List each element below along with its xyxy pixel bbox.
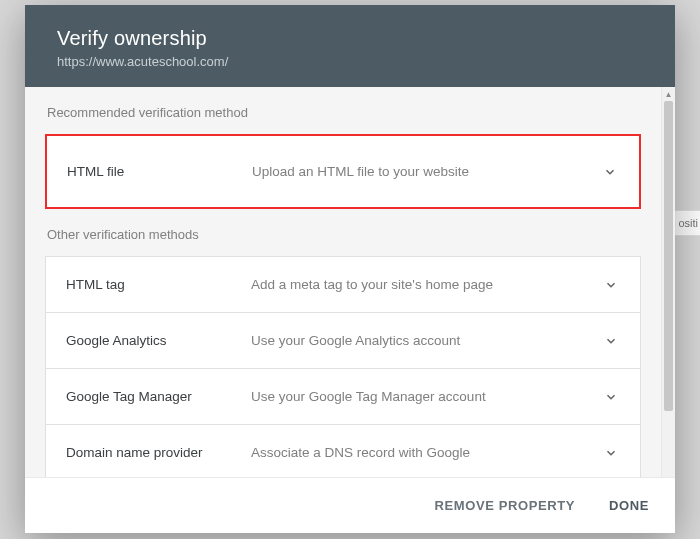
dialog-body: Recommended verification method HTML fil… — [25, 87, 675, 477]
dialog-title: Verify ownership — [57, 27, 647, 50]
background-column-fragment: ositi — [673, 210, 700, 236]
dialog-header: Verify ownership https://www.acuteschool… — [25, 5, 675, 87]
verify-ownership-dialog: Verify ownership https://www.acuteschool… — [25, 5, 675, 533]
chevron-down-icon — [600, 446, 622, 460]
remove-property-button[interactable]: REMOVE PROPERTY — [431, 492, 579, 519]
method-description: Use your Google Analytics account — [251, 333, 600, 348]
method-google-analytics[interactable]: Google Analytics Use your Google Analyti… — [45, 313, 641, 369]
other-methods-list: HTML tag Add a meta tag to your site's h… — [45, 256, 641, 477]
method-name: HTML tag — [66, 277, 251, 292]
method-name: Google Tag Manager — [66, 389, 251, 404]
method-description: Associate a DNS record with Google — [251, 445, 600, 460]
chevron-down-icon — [600, 390, 622, 404]
method-name: Google Analytics — [66, 333, 251, 348]
method-name: Domain name provider — [66, 445, 251, 460]
dialog-subtitle: https://www.acuteschool.com/ — [57, 54, 647, 69]
method-html-file[interactable]: HTML file Upload an HTML file to your we… — [45, 134, 641, 209]
done-button[interactable]: DONE — [605, 492, 653, 519]
recommended-section-label: Recommended verification method — [47, 105, 641, 120]
scrollbar-up-arrow-icon[interactable]: ▲ — [662, 87, 675, 101]
other-section-label: Other verification methods — [47, 227, 641, 242]
method-google-tag-manager[interactable]: Google Tag Manager Use your Google Tag M… — [45, 369, 641, 425]
scrollbar[interactable]: ▲ — [661, 87, 675, 477]
method-description: Add a meta tag to your site's home page — [251, 277, 600, 292]
method-description: Upload an HTML file to your website — [252, 164, 599, 179]
method-description: Use your Google Tag Manager account — [251, 389, 600, 404]
method-domain-name-provider[interactable]: Domain name provider Associate a DNS rec… — [45, 425, 641, 477]
dialog-scroll-area[interactable]: Recommended verification method HTML fil… — [25, 87, 661, 477]
chevron-down-icon — [599, 165, 621, 179]
method-html-tag[interactable]: HTML tag Add a meta tag to your site's h… — [45, 256, 641, 313]
method-name: HTML file — [67, 164, 252, 179]
chevron-down-icon — [600, 278, 622, 292]
scrollbar-thumb[interactable] — [664, 101, 673, 411]
dialog-actions: REMOVE PROPERTY DONE — [25, 477, 675, 533]
chevron-down-icon — [600, 334, 622, 348]
